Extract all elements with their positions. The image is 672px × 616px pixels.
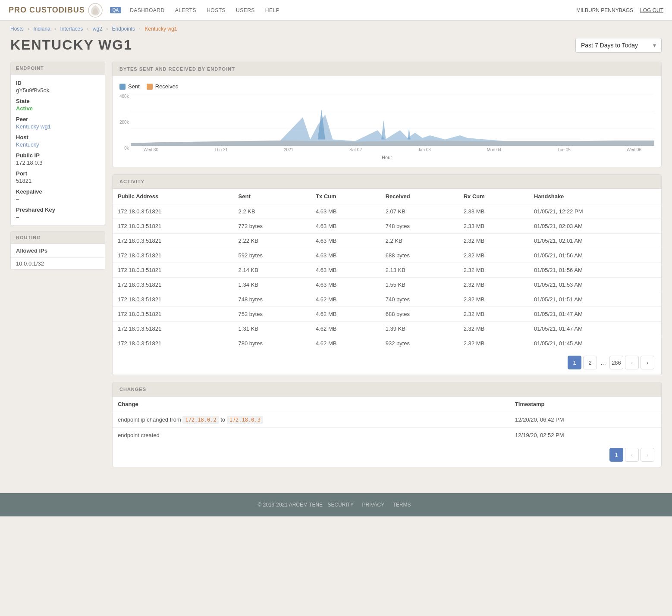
activity-row: 172.18.0.3:51821 1.31 KB 4.62 MB 1.39 KB… (113, 322, 661, 336)
breadcrumb-current: Kentucky wg1 (145, 26, 177, 32)
sent-color-dot (119, 84, 126, 90)
changes-page-prev-btn[interactable]: ‹ (625, 448, 639, 462)
changes-page-btn-1[interactable]: 1 (609, 448, 623, 462)
chart-x-labels: Wed 30 Thu 31 2021 Sat 02 Jan 03 Mon 04 … (131, 147, 654, 152)
cell-sent-6: 748 bytes (233, 292, 311, 307)
nav-alerts[interactable]: ALERTS (175, 7, 196, 13)
changes-col-change: Change (113, 397, 510, 412)
changes-cell-timestamp-0: 12/20/20, 06:42 PM (510, 412, 661, 428)
routing-card-header: ROUTING (11, 231, 105, 244)
footer-privacy[interactable]: PRIVACY (362, 502, 384, 508)
cell-txcum-0: 4.63 MB (311, 204, 380, 219)
page-next-btn[interactable]: › (641, 356, 654, 369)
footer-terms[interactable]: TERMS (393, 502, 411, 508)
breadcrumb-sep-3: › (87, 26, 88, 32)
activity-row: 172.18.0.3:51821 1.34 KB 4.63 MB 1.55 KB… (113, 278, 661, 292)
date-range-selector[interactable]: Past 7 Days to Today ▾ (575, 38, 662, 53)
cell-received-5: 1.55 KB (380, 278, 458, 292)
page-btn-286[interactable]: 286 (609, 356, 623, 369)
port-label: Port (16, 170, 100, 177)
peer-value[interactable]: Kentucky wg1 (16, 123, 100, 130)
change-to-value: 172.18.0.3 (227, 416, 263, 424)
activity-table-body: 172.18.0.3:51821 2.2 KB 4.63 MB 2.07 KB … (113, 204, 661, 351)
legend-sent-label: Sent (128, 83, 140, 90)
chart-section-body: Sent Received 400k 200k 0k (113, 76, 661, 167)
qa-badge: QA (110, 7, 121, 13)
nav-logout[interactable]: LOG OUT (640, 7, 663, 13)
id-label: ID (16, 80, 100, 86)
public-ip-label: Public IP (16, 152, 100, 159)
routing-card: ROUTING Allowed IPs 10.0.0.1/32 (10, 231, 105, 270)
page-btn-2[interactable]: 2 (583, 356, 597, 369)
activity-header-row: Public Address Sent Tx Cum Received Rx C… (113, 189, 661, 204)
nav-help[interactable]: HELP (265, 7, 279, 13)
cell-handshake-0: 01/05/21, 12:22 PM (529, 204, 661, 219)
breadcrumb-wg2[interactable]: wg2 (93, 26, 102, 32)
breadcrumb-endpoints[interactable]: Endpoints (112, 26, 135, 32)
breadcrumb-hosts[interactable]: Hosts (10, 26, 24, 32)
legend-received: Received (147, 83, 179, 90)
cell-received-0: 2.07 KB (380, 204, 458, 219)
cell-sent-1: 772 bytes (233, 219, 311, 234)
changes-cell-change-0: endpoint ip changed from 172.18.0.2 to 1… (113, 412, 510, 428)
cell-address-6: 172.18.0.3:51821 (113, 292, 233, 307)
navbar: PRO CUSTODIBUS QA DASHBOARD ALERTS HOSTS… (0, 0, 672, 21)
page-header: KENTUCKY WG1 Past 7 Days to Today ▾ (0, 37, 672, 62)
breadcrumb: Hosts › Indiana › Interfaces › wg2 › End… (0, 21, 672, 37)
nav-hosts[interactable]: HOSTS (207, 7, 226, 13)
cell-txcum-4: 4.63 MB (311, 263, 380, 278)
activity-table: Public Address Sent Tx Cum Received Rx C… (113, 189, 661, 350)
col-public-address: Public Address (113, 189, 233, 204)
nav-dashboard[interactable]: DASHBOARD (130, 7, 165, 13)
breadcrumb-interfaces[interactable]: Interfaces (60, 26, 83, 32)
cell-received-2: 2.2 KB (380, 234, 458, 248)
cell-handshake-8: 01/05/21, 01:47 AM (529, 322, 661, 336)
change-from-value: 172.18.0.2 (182, 416, 219, 424)
cell-address-8: 172.18.0.3:51821 (113, 322, 233, 336)
footer-copy: © 2019-2021 ARCEM TENE (257, 502, 323, 508)
page-btn-1[interactable]: 1 (568, 356, 581, 369)
changes-row-0: endpoint ip changed from 172.18.0.2 to 1… (113, 412, 661, 428)
cell-handshake-4: 01/05/21, 01:56 AM (529, 263, 661, 278)
page-prev-btn[interactable]: ‹ (625, 356, 639, 369)
activity-row: 172.18.0.3:51821 780 bytes 4.62 MB 932 b… (113, 336, 661, 351)
x-label-wed30: Wed 30 (144, 147, 158, 152)
brand-text: PRO CUSTODIBUS (9, 6, 85, 15)
cell-sent-5: 1.34 KB (233, 278, 311, 292)
breadcrumb-sep-4: › (106, 26, 108, 32)
activity-row: 172.18.0.3:51821 748 bytes 4.62 MB 740 b… (113, 292, 661, 307)
activity-row: 172.18.0.3:51821 2.22 KB 4.63 MB 2.2 KB … (113, 234, 661, 248)
nav-users[interactable]: USERS (236, 7, 255, 13)
host-label: Host (16, 134, 100, 141)
cell-sent-4: 2.14 KB (233, 263, 311, 278)
chart-legend: Sent Received (119, 83, 654, 90)
chart-section: BYTES SENT AND RECEIVED BY ENDPOINT Sent… (112, 62, 662, 167)
legend-received-label: Received (155, 83, 179, 90)
col-sent: Sent (233, 189, 311, 204)
cell-address-3: 172.18.0.3:51821 (113, 248, 233, 263)
cell-rxcum-5: 2.32 MB (458, 278, 529, 292)
endpoint-card-body: ID gY5u9fBv5ok State Active Peer Kentuck… (11, 75, 105, 225)
changes-row-1: endpoint created 12/19/20, 02:52 PM (113, 428, 661, 443)
preshared-key-value: – (16, 214, 100, 220)
state-label: State (16, 98, 100, 104)
cell-address-9: 172.18.0.3:51821 (113, 336, 233, 351)
breadcrumb-indiana[interactable]: Indiana (33, 26, 50, 32)
host-value[interactable]: Kentucky (16, 141, 100, 148)
x-label-2021: 2021 (284, 147, 293, 152)
legend-sent: Sent (119, 83, 140, 90)
cell-rxcum-1: 2.33 MB (458, 219, 529, 234)
activity-pagination: 1 2 … 286 ‹ › (113, 350, 661, 375)
footer-security[interactable]: SECURITY (327, 502, 354, 508)
changes-page-next-btn[interactable]: › (641, 448, 654, 462)
activity-row: 172.18.0.3:51821 752 bytes 4.62 MB 688 b… (113, 307, 661, 322)
brand-logo-icon (88, 3, 103, 18)
activity-row: 172.18.0.3:51821 592 bytes 4.63 MB 688 b… (113, 248, 661, 263)
endpoint-card-header: ENDPOINT (11, 62, 105, 75)
chart-y-axis: 400k 200k 0k (119, 94, 129, 152)
cell-address-2: 172.18.0.3:51821 (113, 234, 233, 248)
preshared-key-label: Preshared Key (16, 206, 100, 213)
activity-table-header: Public Address Sent Tx Cum Received Rx C… (113, 189, 661, 204)
cell-rxcum-4: 2.32 MB (458, 263, 529, 278)
content-layout: ENDPOINT ID gY5u9fBv5ok State Active Pee… (0, 62, 672, 485)
